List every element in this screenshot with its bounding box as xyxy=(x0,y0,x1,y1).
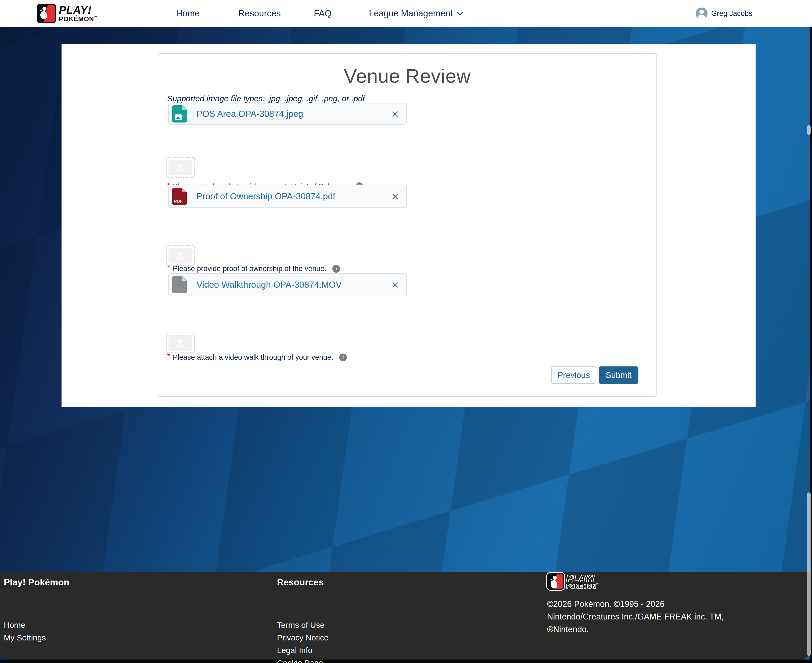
nav-item-league-management[interactable]: League Management xyxy=(369,0,462,27)
remove-file-button[interactable]: × xyxy=(390,278,400,291)
file-types-note: Supported image file types: .jpg, .jpeg,… xyxy=(167,94,365,103)
pdf-file-icon: PDF xyxy=(172,188,187,205)
upload-button[interactable] xyxy=(166,333,195,353)
nav-item-faq[interactable]: FAQ xyxy=(314,0,332,27)
page-title: Venue Review xyxy=(158,65,657,87)
upload-button[interactable] xyxy=(166,157,195,178)
remove-file-button[interactable]: × xyxy=(390,108,400,120)
remove-file-button[interactable]: × xyxy=(390,190,400,202)
attached-file-video-walkthrough: Video Walkthrough OPA-30874.MOV × xyxy=(168,273,407,296)
footer-link-home[interactable]: Home xyxy=(4,619,46,631)
nav-item-home[interactable]: Home xyxy=(176,0,200,27)
footer-link-privacy-notice[interactable]: Privacy Notice xyxy=(277,631,335,644)
file-link[interactable]: Proof of Ownership OPA-30874.pdf xyxy=(196,191,335,202)
footer-link-terms-of-use[interactable]: Terms of Use xyxy=(277,619,335,631)
upload-button[interactable] xyxy=(166,245,195,266)
brand-play-text: PLAY! xyxy=(59,5,97,15)
play-pokemon-logo-icon xyxy=(37,4,56,23)
content-panel: Venue Review Supported image file types:… xyxy=(61,44,755,407)
previous-button[interactable]: Previous xyxy=(551,366,596,384)
footer-heading-play-pokemon: Play! Pokémon xyxy=(4,577,70,587)
scrollbar-thumb[interactable] xyxy=(807,492,810,656)
info-icon[interactable]: i xyxy=(339,354,347,361)
play-pokemon-logo-icon xyxy=(547,573,564,590)
copyright-text: ©2026 Pokémon. ©1995 - 2026 Nintendo/Cre… xyxy=(547,598,741,636)
chevron-down-icon xyxy=(457,10,463,16)
file-icon xyxy=(172,276,187,293)
brand-wordmark: PLAY! POKÉMON™ xyxy=(59,5,97,22)
upload-icon xyxy=(168,335,192,351)
form-divider xyxy=(167,359,650,359)
upload-icon xyxy=(168,248,192,264)
field-helper: * Please attach a video walk through of … xyxy=(167,353,347,362)
footer-brand-wordmark: PLAY! POKÉMON™ xyxy=(566,574,599,589)
info-icon[interactable]: i xyxy=(332,265,340,273)
top-navbar: PLAY! POKÉMON™ Home Resources FAQ League… xyxy=(0,0,812,27)
close-icon: × xyxy=(391,107,399,121)
image-file-icon xyxy=(172,105,187,123)
brand-pokemon-text: POKÉMON™ xyxy=(59,16,97,22)
footer-link-my-settings[interactable]: My Settings xyxy=(4,631,46,644)
user-name: Greg Jacobs xyxy=(711,10,752,18)
submit-button[interactable]: Submit xyxy=(598,366,639,384)
close-icon: × xyxy=(391,278,399,292)
scrollbar-thumb-top[interactable] xyxy=(807,125,810,135)
file-link[interactable]: POS Area OPA-30874.jpeg xyxy=(196,109,303,119)
footer-link-cookie-page[interactable]: Cookie Page xyxy=(277,657,335,663)
upload-icon xyxy=(168,160,192,175)
attached-file-proof-of-ownership: PDF Proof of Ownership OPA-30874.pdf × xyxy=(168,184,407,208)
page: PLAY! POKÉMON™ Home Resources FAQ League… xyxy=(0,0,812,663)
play-pokemon-logo[interactable]: PLAY! POKÉMON™ xyxy=(37,4,97,23)
attached-file-pos-area: POS Area OPA-30874.jpeg × xyxy=(168,103,407,125)
footer-link-legal-info[interactable]: Legal Info xyxy=(277,644,335,657)
close-icon: × xyxy=(391,189,399,203)
nav-item-resources[interactable]: Resources xyxy=(238,0,281,27)
user-menu[interactable]: Greg Jacobs xyxy=(696,0,752,27)
user-avatar-icon xyxy=(696,8,707,19)
venue-review-card: Venue Review Supported image file types:… xyxy=(158,53,657,397)
footer-heading-resources: Resources xyxy=(277,577,324,587)
footer-logo: PLAY! POKÉMON™ xyxy=(547,573,599,590)
page-footer: Play! Pokémon Home My Settings Resources… xyxy=(0,572,810,660)
file-link[interactable]: Video Walkthrough OPA-30874.MOV xyxy=(196,280,342,290)
form-actions: Previous Submit xyxy=(551,366,639,384)
